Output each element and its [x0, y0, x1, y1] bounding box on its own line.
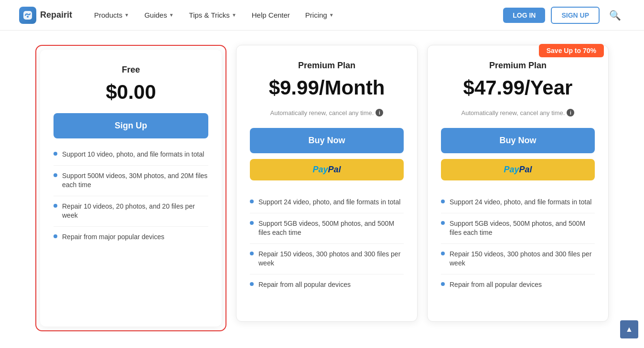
scroll-top-button[interactable]: ▲ [620, 320, 638, 338]
search-icon: 🔍 [609, 10, 621, 21]
free-signup-button[interactable]: Sign Up [54, 113, 208, 138]
guides-chevron-icon: ▼ [169, 12, 174, 18]
yearly-info-icon: i [567, 109, 574, 116]
paypal-icon: Pay [312, 165, 328, 174]
monthly-feature-2: Support 5GB videos, 500M photos, and 500… [250, 213, 404, 244]
monthly-paypal-button[interactable]: PayPal [250, 159, 404, 180]
paypal-icon-2: Pal [328, 165, 341, 174]
paypal-icon-4: Pal [519, 165, 532, 174]
monthly-info-icon: i [376, 109, 383, 116]
signup-button[interactable]: SIGN UP [551, 7, 600, 24]
feature-dot-icon [250, 282, 254, 286]
free-plan-card: Free $0.00 Sign Up Support 10 video, pho… [40, 50, 222, 327]
yearly-plan-wrapper: Save Up to 70% Premium Plan $47.99/Year … [427, 45, 609, 322]
header: Repairit Products ▼ Guides ▼ Tips & Tric… [0, 0, 644, 31]
free-feature-4: Repair from major popular devices [54, 227, 208, 248]
nav-tips[interactable]: Tips & Tricks ▼ [182, 7, 243, 23]
products-chevron-icon: ▼ [124, 12, 129, 18]
monthly-plan-wrapper: Premium Plan $9.99/Month Automatically r… [236, 45, 418, 322]
free-feature-3: Repair 10 videos, 20 photos, and 20 file… [54, 196, 208, 227]
feature-dot-icon [54, 204, 57, 208]
yearly-feature-2: Support 5GB videos, 500M photos, and 500… [441, 213, 595, 244]
yearly-feature-3: Repair 150 videos, 300 photos and 300 fi… [441, 244, 595, 274]
monthly-features-list: Support 24 video, photo, and file format… [250, 192, 404, 295]
monthly-plan-name: Premium Plan [250, 61, 404, 71]
pricing-section: Free $0.00 Sign Up Support 10 video, pho… [0, 31, 644, 346]
yearly-feature-1: Support 24 video, photo, and file format… [441, 192, 595, 213]
nav-guides[interactable]: Guides ▼ [138, 7, 180, 23]
paypal-icon-3: Pay [504, 165, 519, 174]
login-button[interactable]: LOG IN [503, 8, 545, 23]
nav-products[interactable]: Products ▼ [87, 7, 136, 23]
yearly-plan-price: $47.99/Year [441, 76, 595, 99]
yearly-plan-card: Premium Plan $47.99/Year Automatically r… [427, 45, 609, 322]
feature-dot-icon [441, 282, 445, 286]
free-feature-2: Support 500M videos, 30M photos, and 20M… [54, 166, 208, 196]
feature-dot-icon [54, 173, 57, 177]
free-plan-price: $0.00 [54, 81, 208, 104]
monthly-renew-text: Automatically renew, cancel any time. i [250, 109, 404, 116]
feature-dot-icon [54, 152, 57, 156]
yearly-plan-name: Premium Plan [441, 61, 595, 71]
free-features-list: Support 10 video, photo, and file format… [54, 144, 208, 248]
feature-dot-icon [441, 200, 445, 203]
chevron-up-icon: ▲ [625, 325, 633, 334]
monthly-buy-button[interactable]: Buy Now [250, 128, 404, 153]
yearly-buy-button[interactable]: Buy Now [441, 128, 595, 153]
feature-dot-icon [441, 221, 445, 225]
header-actions: LOG IN SIGN UP 🔍 [503, 7, 625, 24]
feature-dot-icon [250, 221, 254, 225]
feature-dot-icon [250, 252, 254, 255]
tips-chevron-icon: ▼ [232, 12, 236, 18]
yearly-renew-text: Automatically renew, cancel any time. i [441, 109, 595, 116]
nav-pricing[interactable]: Pricing ▼ [299, 7, 341, 23]
main-nav: Products ▼ Guides ▼ Tips & Tricks ▼ Help… [87, 7, 503, 23]
yearly-paypal-button[interactable]: PayPal [441, 159, 595, 180]
monthly-feature-1: Support 24 video, photo, and file format… [250, 192, 404, 213]
monthly-plan-price: $9.99/Month [250, 76, 404, 99]
free-plan-name: Free [54, 65, 208, 75]
feature-dot-icon [54, 234, 57, 238]
monthly-feature-3: Repair 150 videos, 300 photos and 300 fi… [250, 244, 404, 274]
logo[interactable]: Repairit [19, 7, 72, 24]
feature-dot-icon [441, 252, 445, 255]
pricing-chevron-icon: ▼ [329, 12, 334, 18]
svg-rect-0 [23, 11, 32, 20]
search-button[interactable]: 🔍 [605, 8, 625, 23]
feature-dot-icon [250, 200, 254, 203]
svg-point-1 [27, 16, 29, 18]
nav-help[interactable]: Help Center [245, 7, 297, 23]
save-badge: Save Up to 70% [539, 44, 604, 57]
yearly-feature-4: Repair from all popular devices [441, 274, 595, 295]
free-plan-wrapper: Free $0.00 Sign Up Support 10 video, pho… [35, 45, 226, 331]
yearly-features-list: Support 24 video, photo, and file format… [441, 192, 595, 295]
logo-text: Repairit [40, 10, 72, 20]
free-feature-1: Support 10 video, photo, and file format… [54, 144, 208, 166]
logo-icon [19, 7, 36, 24]
monthly-plan-card: Premium Plan $9.99/Month Automatically r… [236, 45, 418, 322]
monthly-feature-4: Repair from all popular devices [250, 274, 404, 295]
